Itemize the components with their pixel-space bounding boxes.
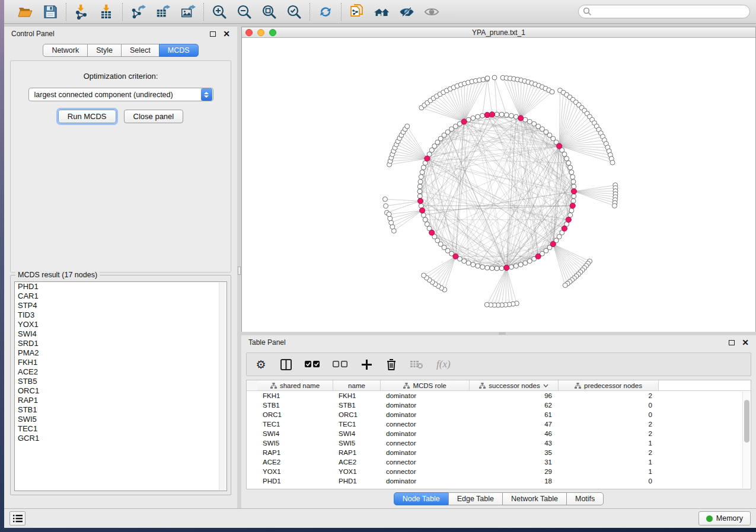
ring-node[interactable] [485,265,490,270]
close-panel-icon[interactable]: ✕ [223,30,230,38]
table-cell[interactable]: STB1 [333,402,381,409]
satellite-node[interactable] [405,124,410,129]
ring-node[interactable] [527,259,532,264]
network-edge[interactable] [397,145,428,159]
ring-node[interactable] [572,194,576,198]
network-edge[interactable] [497,126,538,268]
ring-node[interactable] [423,217,428,222]
first-neighbors-icon[interactable] [374,4,390,20]
ring-node[interactable] [417,194,422,198]
ring-node[interactable] [495,112,499,117]
select-all-icon[interactable] [305,361,320,368]
function-builder-icon[interactable]: f(x) [436,358,451,370]
ring-node[interactable] [566,161,571,165]
table-cell[interactable]: SWI5 [257,440,333,447]
table-cell[interactable]: FKH1 [333,392,381,399]
table-cell[interactable]: connector [381,440,470,447]
table-cell[interactable]: FKH1 [257,392,333,399]
add-column-icon[interactable] [361,360,372,370]
delete-column-icon[interactable] [385,359,397,370]
task-history-button[interactable] [9,511,25,525]
mcds-result-item[interactable]: PHD1 [15,282,227,291]
table-cell[interactable]: PHD1 [257,477,333,485]
ring-node[interactable] [568,165,573,170]
table-row-SWI5[interactable]: SWI5SWI5connector431 [247,438,751,448]
tab-style[interactable]: Style [87,44,122,57]
table-cell[interactable]: connector [381,421,470,428]
network-edge[interactable] [398,142,427,159]
network-edge[interactable] [390,210,422,218]
mcds-node[interactable] [550,241,556,246]
ring-node[interactable] [419,175,423,180]
network-edge[interactable] [407,126,428,159]
ring-node[interactable] [509,265,513,270]
ring-node[interactable] [564,156,569,161]
tab-select[interactable]: Select [121,44,160,57]
deselect-all-icon[interactable] [333,361,347,368]
mcds-node[interactable] [453,254,458,259]
satellite-node[interactable] [550,89,554,94]
network-edge[interactable] [506,78,521,118]
table-cell[interactable]: 0 [559,402,659,409]
table-cell[interactable]: 2 [559,430,659,437]
network-edge[interactable] [430,101,464,122]
close-panel-button[interactable]: Close panel [124,110,184,123]
table-cell[interactable]: dominator [381,402,470,409]
ring-node[interactable] [513,114,518,119]
table-cell[interactable]: PHD1 [333,477,381,485]
zoom-fit-icon[interactable] [261,4,277,20]
table-cell[interactable]: connector [381,459,470,466]
ring-node[interactable] [509,113,513,118]
ring-node[interactable] [419,203,423,208]
network-edge[interactable] [553,244,576,276]
horizontal-splitter[interactable] [241,332,756,335]
splitter-grip[interactable] [238,267,241,275]
ring-node[interactable] [476,264,480,268]
table-body[interactable]: FKH1FKH1dominator962STB1STB1dominator620… [247,391,751,486]
mcds-node[interactable] [571,188,576,194]
export-image-icon[interactable] [180,4,196,20]
column-header-successor-nodes[interactable]: successor nodes [470,380,559,390]
satellite-node[interactable] [613,203,617,208]
mcds-node[interactable] [557,143,562,149]
hide-selected-icon[interactable] [399,4,414,20]
table-cell[interactable]: 18 [470,477,559,485]
tab-mcds[interactable]: MCDS [159,44,199,57]
table-cell[interactable]: RAP1 [257,449,333,456]
network-edge[interactable] [401,135,427,159]
network-edge[interactable] [553,244,579,274]
network-edge[interactable] [521,85,538,118]
network-edge[interactable] [574,185,615,191]
ring-node[interactable] [471,116,476,120]
mcds-node[interactable] [504,265,509,270]
refresh-layout-icon[interactable] [318,4,333,20]
network-edge[interactable] [425,121,464,163]
network-edge[interactable] [511,244,553,267]
network-edge[interactable] [534,206,573,259]
table-row-RAP1[interactable]: RAP1RAP1dominator352 [247,448,751,457]
table-cell[interactable]: 0 [559,411,659,418]
float-window-icon[interactable] [210,31,216,37]
ring-node[interactable] [480,265,485,270]
table-row-TEC1[interactable]: TEC1TEC1connector472 [247,419,751,429]
network-edge[interactable] [495,78,506,115]
tab-network[interactable]: Network [43,44,88,57]
network-edge[interactable] [405,129,427,159]
table-cell[interactable]: YOX1 [257,468,333,475]
satellite-node[interactable] [384,204,388,209]
network-edge[interactable] [521,80,521,118]
table-row-STB1[interactable]: STB1STB1dominator620 [247,400,751,410]
ring-node[interactable] [425,222,429,226]
network-edge[interactable] [387,201,420,213]
table-cell[interactable]: 62 [470,402,559,409]
run-mcds-button[interactable]: Run MCDS [58,110,116,123]
table-cell[interactable]: 31 [470,459,559,466]
table-cell[interactable]: dominator [381,392,470,399]
mcds-node[interactable] [570,203,575,209]
ring-node[interactable] [499,266,504,271]
export-table-icon[interactable] [155,4,171,20]
table-cell[interactable]: ORC1 [333,411,381,418]
network-edge[interactable] [521,88,546,118]
network-edge[interactable] [559,100,573,146]
satellite-node[interactable] [388,216,393,221]
